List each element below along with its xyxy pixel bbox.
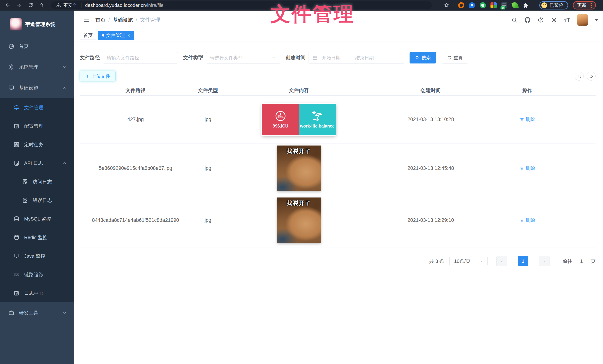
user-avatar[interactable]	[577, 14, 588, 26]
goto-page-input[interactable]: 1	[575, 256, 588, 266]
tab-file-manage[interactable]: 文件管理 ×	[98, 31, 134, 40]
browser-update-button[interactable]: 更新	[573, 1, 596, 10]
sidebar-item[interactable]: 访问日志	[0, 172, 74, 191]
chevron-left-icon	[499, 259, 504, 263]
chevron-down-icon	[480, 259, 484, 263]
sidebar: 芋道管理系统 首页 系统管理 基础设施 文件管理 配置管理 定时任务 API 日…	[0, 11, 74, 364]
home-icon[interactable]	[39, 2, 44, 8]
file-preview-meme-image[interactable]: 我裂开了	[277, 197, 321, 243]
sidebar-item-label: 链路追踪	[24, 271, 44, 278]
green-badge-icon[interactable]	[480, 2, 486, 8]
github-icon[interactable]	[524, 17, 531, 23]
sidebar-item[interactable]: 链路追踪	[0, 265, 74, 284]
sidebar-item[interactable]: 配置管理	[0, 117, 74, 135]
tags-view: 首页 文件管理 ×	[74, 29, 603, 42]
column-header: 文件内容	[289, 87, 309, 94]
sidebar-item[interactable]: 研发工具	[0, 302, 74, 323]
kebab-menu-icon[interactable]	[591, 5, 592, 6]
profile-status: 已暂停	[550, 2, 563, 8]
search-icon	[577, 74, 581, 78]
toolbox-icon	[8, 310, 14, 316]
search-button[interactable]: 搜索	[410, 52, 436, 64]
color-grid-icon[interactable]	[490, 2, 497, 8]
blue-pin-icon[interactable]	[469, 2, 475, 8]
reset-button-label: 重置	[453, 55, 463, 61]
fullscreen-icon[interactable]	[551, 17, 557, 23]
upload-file-button[interactable]: 上传文件	[80, 71, 116, 81]
puzzle-icon[interactable]	[523, 2, 529, 8]
infrastructure-icon	[8, 85, 14, 91]
end-date-placeholder: 结束日期	[355, 55, 374, 61]
table-row: 8448cada8c714e4ab61f521c8da21990 jpg 我裂开…	[80, 193, 596, 247]
sidebar-item[interactable]: 首页	[0, 36, 74, 57]
database-icon	[13, 216, 20, 222]
meme-caption: 我裂开了	[277, 147, 321, 155]
forward-icon[interactable]	[16, 2, 22, 8]
delete-button[interactable]: 删除	[520, 217, 535, 223]
sidebar-item-label: 研发工具	[19, 310, 38, 316]
file-preview-meme-image[interactable]: 我裂开了	[277, 146, 321, 191]
search-icon[interactable]	[511, 17, 517, 23]
breadcrumb-home[interactable]: 首页	[95, 17, 105, 23]
sidebar-item[interactable]: API 日志	[0, 154, 74, 172]
cell-file-path: 8448cada8c714e4ab61f521c8da21990	[91, 217, 180, 223]
sidebar-item[interactable]: MySQL 监控	[0, 210, 74, 228]
sidebar-item[interactable]: 日志中心	[0, 284, 74, 302]
file-table: 文件路径 文件类型 文件内容 创建时间 操作 427.jpg jpg 996.I…	[80, 85, 596, 247]
cell-file-content: 996.ICU work-life balance	[261, 104, 337, 135]
sidebar-item[interactable]: 文件管理	[0, 98, 74, 117]
chevron-down-icon	[62, 310, 67, 315]
calendar-icon	[313, 55, 318, 60]
breadcrumb-infra[interactable]: 基础设施	[113, 17, 133, 23]
profile-avatar	[541, 2, 547, 8]
log-icon	[22, 179, 28, 185]
cell-file-content: 我裂开了	[276, 146, 322, 191]
reload-icon[interactable]	[28, 2, 34, 8]
trash-icon	[520, 117, 524, 122]
page-number-button[interactable]: 1	[518, 256, 528, 266]
database-icon	[13, 234, 20, 240]
security-warning-icon[interactable]	[56, 3, 61, 8]
help-icon[interactable]	[538, 17, 544, 23]
next-page-button[interactable]	[539, 256, 550, 266]
font-size-icon[interactable]: TT	[564, 17, 570, 23]
sidebar-item[interactable]: 系统管理	[0, 57, 74, 77]
close-icon[interactable]: ×	[127, 33, 130, 38]
browser-profile-button[interactable]: 已暂停	[539, 1, 568, 10]
banner-996-panel: 996.ICU	[262, 104, 299, 135]
file-preview-996-banner[interactable]: 996.ICU work-life balance	[262, 104, 336, 135]
column-header: 创建时间	[421, 87, 441, 94]
cell-created-time: 2021-03-13 12:29:10	[406, 217, 456, 223]
sidebar-logo[interactable]: 芋道管理系统	[0, 11, 74, 31]
sidebar-item[interactable]: Redis 监控	[0, 228, 74, 247]
sidebar-item[interactable]: Java 监控	[0, 247, 74, 265]
show-search-button[interactable]	[575, 72, 584, 80]
sidebar-item[interactable]: 定时任务	[0, 135, 74, 154]
file-path-input[interactable]: 请输入文件路径	[103, 52, 178, 64]
orange-ring-icon[interactable]	[458, 2, 464, 8]
back-icon[interactable]	[5, 2, 10, 8]
total-count: 共 3 条	[429, 258, 444, 264]
date-range-picker[interactable]: 开始日期 - 结束日期	[309, 52, 404, 64]
proxy-on-icon[interactable]: on	[501, 2, 507, 8]
chevron-down-icon[interactable]	[595, 19, 598, 21]
page-size-select[interactable]: 10条/页	[450, 256, 487, 266]
banner-right-label: work-life balance	[300, 124, 335, 129]
refresh-table-button[interactable]	[587, 72, 596, 80]
breadcrumb-separator: /	[108, 17, 110, 23]
tab-home[interactable]: 首页	[80, 31, 96, 40]
bookmark-star-icon[interactable]	[444, 2, 450, 8]
delete-button[interactable]: 删除	[520, 116, 535, 123]
reset-button[interactable]: 重置	[442, 52, 468, 64]
delete-button[interactable]: 删除	[520, 165, 535, 171]
green-leaf-icon[interactable]	[511, 2, 519, 9]
hamburger-icon[interactable]	[83, 16, 90, 23]
column-header: 文件路径	[126, 87, 146, 94]
sidebar-item[interactable]: 基础设施	[0, 77, 74, 98]
search-icon	[415, 56, 419, 60]
sidebar-item[interactable]: 错误日志	[0, 191, 74, 210]
prev-page-button[interactable]	[497, 256, 507, 266]
dashboard-icon	[8, 43, 14, 49]
address-bar[interactable]: 不安全 | dashboard.yudao.iocoder.cn /infra/…	[51, 1, 432, 9]
file-type-select[interactable]: 请选择文件类型	[206, 52, 280, 64]
